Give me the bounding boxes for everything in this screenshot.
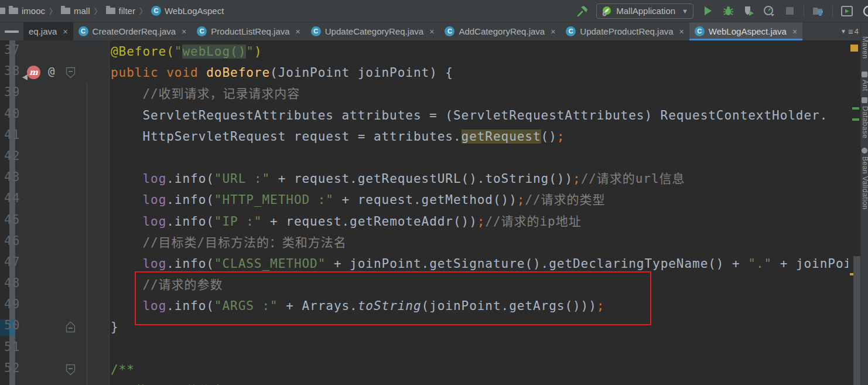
code-line-45: 45 log.info("IP :" + request.getRemoteAd… <box>0 211 848 232</box>
breadcrumb-item-mall[interactable]: mall <box>61 6 90 16</box>
class-icon: C <box>695 26 705 36</box>
code-text[interactable]: ServletRequestAttributes attributes = (S… <box>94 105 848 126</box>
code-text[interactable]: /** <box>94 359 848 380</box>
profiler-icon[interactable] <box>763 5 775 18</box>
code-editor[interactable]: 37@Before("webLog()")38m@public void doB… <box>0 40 868 385</box>
code-text[interactable]: //目标类/目标方法的：类和方法名 <box>94 232 848 253</box>
code-line-43: 43 log.info("URL :" + request.getRequest… <box>0 168 848 189</box>
bean-validation-icon[interactable] <box>862 148 867 154</box>
tab-WebLogAspect.java[interactable]: CWebLogAspect.java× <box>689 22 802 40</box>
stop-icon <box>783 5 796 18</box>
inspection-status-square[interactable] <box>850 45 858 52</box>
tab-UpdateProductReq.java[interactable]: CUpdateProductReq.java× <box>561 22 689 40</box>
code-text[interactable]: log.info("IP :" + request.getRemoteAddr(… <box>94 211 848 232</box>
breadcrumb-item-filter[interactable]: filter <box>106 6 135 16</box>
tab-UpdateCategoryReq.java[interactable]: CUpdateCategoryReq.java× <box>306 22 440 40</box>
class-icon: C <box>197 26 207 36</box>
run-icon[interactable] <box>701 5 714 18</box>
code-token: .info( <box>166 172 214 186</box>
gutter-cell: 45 <box>0 211 94 232</box>
code-token: //请求的类型 <box>525 193 605 207</box>
line-number: 48 <box>4 276 20 290</box>
dash-icon[interactable] <box>5 30 19 33</box>
stripe-label-ant[interactable]: Ant <box>861 80 868 91</box>
code-text[interactable]: public void doBefore(JoinPoint joinPoint… <box>94 62 848 83</box>
code-token: ; <box>557 130 565 144</box>
stripe-label-maven[interactable]: Maven <box>861 36 868 59</box>
code-text[interactable]: log.info("URL :" + request.getRequestURL… <box>94 168 848 189</box>
fold-start-icon[interactable] <box>66 364 76 379</box>
close-icon[interactable]: × <box>429 27 434 36</box>
breadcrumb-label: mall <box>74 6 90 16</box>
code-token: "URL :" <box>214 172 270 186</box>
close-icon[interactable]: × <box>679 27 684 36</box>
tab-label: ProductListReq.java <box>211 26 289 36</box>
fold-end-icon[interactable] <box>66 321 76 336</box>
code-token: + request.getRequestURL().toString()) <box>270 172 573 186</box>
gutter-cell: 47 <box>0 253 94 274</box>
fold-start-icon[interactable] <box>66 67 76 81</box>
code-text[interactable]: //收到请求，记录请求内容 <box>94 83 848 104</box>
intellij-window: { "breadcrumbs": [ {"label": "imooc", "i… <box>0 0 868 385</box>
code-line-partial: * 获取返回的信息 <box>0 380 848 385</box>
database-icon[interactable] <box>862 97 867 103</box>
code-token: //收到请求，记录请求内容 <box>111 87 300 101</box>
code-text[interactable]: log.info("HTTP_METHOD :" + request.getMe… <box>94 189 848 210</box>
debug-icon[interactable] <box>722 5 734 18</box>
line-number: 38 <box>4 64 20 78</box>
stripe-label-database[interactable]: Database <box>861 106 868 138</box>
modules-icon[interactable] <box>812 5 825 18</box>
stripe-label-bean-validation[interactable]: Bean Validation <box>861 156 868 210</box>
code-text[interactable]: * 获取返回的信息 <box>94 380 848 385</box>
search-icon-partial[interactable] <box>861 5 868 18</box>
run-toolwindow-icon[interactable] <box>840 5 853 18</box>
tab-label: UpdateCategoryReq.java <box>325 26 423 36</box>
code-token: HttpServletRequest request = attributes. <box>111 130 462 144</box>
editor-tab-bar: eq.java×CCreateOrderReq.java×CProductLis… <box>0 22 868 40</box>
gutter-cell: 39 <box>0 83 94 104</box>
gutter-cell: 51 <box>0 338 94 359</box>
close-icon[interactable]: × <box>792 27 797 36</box>
code-token: + joinPoint.getSignature().getDeclaringT… <box>326 257 748 271</box>
code-token: @Before( <box>111 45 175 59</box>
breadcrumb-separator: 〉 <box>139 5 147 16</box>
build-hammer-icon[interactable] <box>576 5 589 18</box>
code-token: "HTTP_METHOD :" <box>214 193 334 207</box>
gutter-cell <box>0 380 94 385</box>
vcs-change-mark[interactable] <box>852 118 859 121</box>
close-icon[interactable]: × <box>182 27 186 36</box>
line-number: 52 <box>4 361 20 375</box>
line-number: 41 <box>4 128 20 142</box>
breadcrumb-item-WebLogAspect[interactable]: CWebLogAspect <box>151 6 224 16</box>
breadcrumb-item-imooc[interactable]: imooc <box>9 6 45 16</box>
main-toolbar: imooc〉mall〉filter〉CWebLogAspect MallAppl… <box>0 0 868 22</box>
close-icon[interactable]: × <box>63 27 67 36</box>
ant-icon[interactable] <box>862 71 867 77</box>
run-with-coverage-icon[interactable] <box>742 5 755 18</box>
code-line-52: 52/** <box>0 359 848 380</box>
tab-list-icon: ≡ <box>848 26 853 36</box>
aop-advice-icon[interactable]: m <box>27 66 40 79</box>
run-config-label: MallApplication <box>616 6 675 16</box>
code-token: + request.getMethod()) <box>334 193 517 207</box>
close-icon[interactable]: × <box>551 27 555 36</box>
tab-AddCategoryReq.java[interactable]: CAddCategoryReq.java× <box>439 22 561 40</box>
code-text[interactable]: HttpServletRequest request = attributes.… <box>94 126 848 147</box>
code-token: + joinPoint <box>772 257 848 271</box>
tab-eq.java[interactable]: eq.java× <box>23 22 73 40</box>
close-icon[interactable]: × <box>296 27 300 36</box>
tab-CreateOrderReq.java[interactable]: CCreateOrderReq.java× <box>73 22 192 40</box>
tab-ProductListReq.java[interactable]: CProductListReq.java× <box>192 22 305 40</box>
gutter-cell: 46 <box>0 232 94 253</box>
vcs-change-mark[interactable] <box>852 107 859 110</box>
code-line-39: 39 //收到请求，记录请求内容 <box>0 83 848 104</box>
code-text[interactable]: @Before("webLog()") <box>94 41 848 62</box>
code-line-41: 41 HttpServletRequest request = attribut… <box>0 126 848 147</box>
code-token: "." <box>748 257 772 271</box>
code-token: "IP :" <box>214 214 262 229</box>
run-config-select[interactable]: MallApplication ▼ <box>596 4 693 19</box>
code-token: log <box>142 257 166 271</box>
line-number: 51 <box>4 340 20 354</box>
gutter-cell: 43 <box>0 168 94 189</box>
code-token: (JoinPoint joinPoint) { <box>270 66 453 80</box>
